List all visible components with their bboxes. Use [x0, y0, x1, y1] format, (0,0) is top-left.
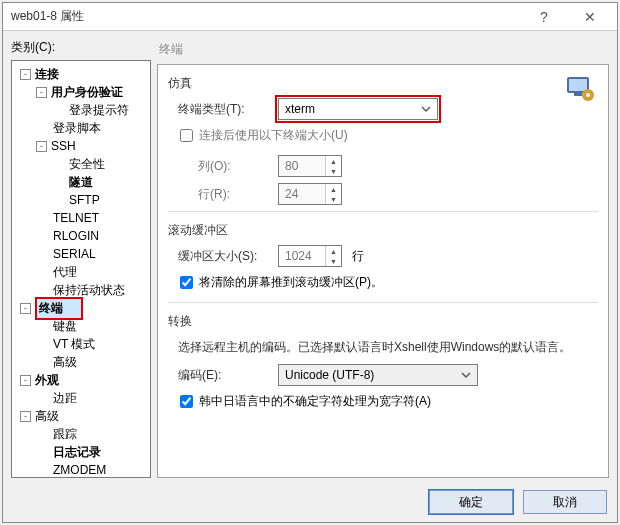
category-label: 类别(C): — [11, 39, 151, 56]
cols-input[interactable] — [279, 156, 325, 176]
tree-item[interactable]: SFTP — [14, 191, 148, 209]
tree-item[interactable]: -外观 — [14, 371, 148, 389]
tree-item[interactable]: -高级 — [14, 407, 148, 425]
tree-item[interactable]: 代理 — [14, 263, 148, 281]
tree-item-label: SFTP — [69, 193, 100, 207]
tree-item[interactable]: 键盘 — [14, 317, 148, 335]
buffer-spinner[interactable]: ▲▼ — [278, 245, 342, 267]
convert-head: 转换 — [168, 313, 598, 330]
close-button[interactable]: ✕ — [567, 3, 613, 31]
tree-item-label: 用户身份验证 — [51, 84, 123, 101]
svg-point-4 — [586, 93, 590, 97]
tree-item-label: 连接 — [35, 66, 59, 83]
spin-up-icon[interactable]: ▲ — [326, 246, 341, 256]
category-tree[interactable]: -连接-用户身份验证登录提示符登录脚本-SSH安全性隧道SFTPTELNETRL… — [11, 60, 151, 478]
dialog-body: 类别(C): -连接-用户身份验证登录提示符登录脚本-SSH安全性隧道SFTPT… — [3, 31, 617, 482]
spin-down-icon[interactable]: ▼ — [326, 256, 341, 266]
checkbox-icon[interactable] — [180, 395, 193, 408]
tree-item[interactable]: -用户身份验证 — [14, 83, 148, 101]
tree-item-label: 登录提示符 — [69, 102, 129, 119]
push-cleared-label: 将清除的屏幕推到滚动缓冲区(P)。 — [199, 274, 383, 291]
spin-down-icon[interactable]: ▼ — [326, 166, 341, 176]
tree-item-label: TELNET — [53, 211, 99, 225]
svg-rect-2 — [574, 93, 582, 96]
tree-item[interactable]: 隧道 — [14, 173, 148, 191]
checkbox-icon[interactable] — [180, 129, 193, 142]
display-settings-icon[interactable] — [564, 73, 596, 105]
tree-item[interactable]: RLOGIN — [14, 227, 148, 245]
collapse-icon[interactable]: - — [36, 141, 47, 152]
tree-item-label: 键盘 — [53, 318, 77, 335]
checkbox-icon[interactable] — [180, 276, 193, 289]
titlebar: web01-8 属性 ? ✕ — [3, 3, 617, 31]
collapse-icon[interactable]: - — [20, 411, 31, 422]
tree-item-label: 代理 — [53, 264, 77, 281]
help-button[interactable]: ? — [521, 3, 567, 31]
tree-item-label: 日志记录 — [53, 444, 101, 461]
terminal-type-label: 终端类型(T): — [168, 101, 278, 118]
tree-item[interactable]: 跟踪 — [14, 425, 148, 443]
use-terminal-size-checkbox[interactable]: 连接后使用以下终端大小(U) — [176, 126, 598, 145]
dialog-footer: 确定 取消 — [3, 482, 617, 522]
use-terminal-size-label: 连接后使用以下终端大小(U) — [199, 127, 348, 144]
terminal-type-value: xterm — [285, 102, 315, 116]
tree-item[interactable]: 高级 — [14, 353, 148, 371]
window-title: web01-8 属性 — [11, 8, 521, 25]
collapse-icon[interactable]: - — [36, 87, 47, 98]
settings-panel: 仿真 终端类型(T): xterm — [157, 64, 609, 478]
tree-item[interactable]: -SSH — [14, 137, 148, 155]
scroll-head: 滚动缓冲区 — [168, 222, 598, 239]
tree-item-label: 高级 — [35, 408, 59, 425]
settings-pane: 终端 仿真 终端类型(T): xterm — [157, 39, 609, 478]
tree-item[interactable]: 安全性 — [14, 155, 148, 173]
cjk-wide-checkbox[interactable]: 韩中日语言中的不确定字符处理为宽字符(A) — [176, 392, 598, 411]
tree-item-label: ZMODEM — [53, 463, 106, 477]
chevron-down-icon — [419, 102, 433, 116]
spin-up-icon[interactable]: ▲ — [326, 156, 341, 166]
ok-button[interactable]: 确定 — [429, 490, 513, 514]
category-pane: 类别(C): -连接-用户身份验证登录提示符登录脚本-SSH安全性隧道SFTPT… — [11, 39, 151, 478]
rows-label: 行(R): — [168, 186, 278, 203]
tree-item[interactable]: 边距 — [14, 389, 148, 407]
panel-title: 终端 — [157, 39, 609, 64]
tree-item-label: VT 模式 — [53, 336, 95, 353]
tree-item-label: 高级 — [53, 354, 77, 371]
tree-item-label: 外观 — [35, 372, 59, 389]
collapse-icon[interactable]: - — [20, 375, 31, 386]
tree-item[interactable]: 登录提示符 — [14, 101, 148, 119]
encoding-label: 编码(E): — [168, 367, 278, 384]
tree-item-label: 跟踪 — [53, 426, 77, 443]
tree-item[interactable]: SERIAL — [14, 245, 148, 263]
terminal-type-combo[interactable]: xterm — [278, 98, 438, 120]
rows-spinner[interactable]: ▲▼ — [278, 183, 342, 205]
cols-spinner[interactable]: ▲▼ — [278, 155, 342, 177]
rows-input[interactable] — [279, 184, 325, 204]
spin-down-icon[interactable]: ▼ — [326, 194, 341, 204]
svg-rect-1 — [569, 79, 587, 91]
collapse-icon[interactable]: - — [20, 69, 31, 80]
tree-item[interactable]: -连接 — [14, 65, 148, 83]
spin-up-icon[interactable]: ▲ — [326, 184, 341, 194]
emulation-head: 仿真 — [168, 75, 598, 92]
buffer-label: 缓冲区大小(S): — [168, 248, 278, 265]
chevron-down-icon — [459, 368, 473, 382]
dialog-window: web01-8 属性 ? ✕ 类别(C): -连接-用户身份验证登录提示符登录脚… — [2, 2, 618, 523]
push-cleared-checkbox[interactable]: 将清除的屏幕推到滚动缓冲区(P)。 — [176, 273, 598, 292]
encoding-combo[interactable]: Unicode (UTF-8) — [278, 364, 478, 386]
collapse-icon[interactable]: - — [20, 303, 31, 314]
tree-item[interactable]: ZMODEM — [14, 461, 148, 478]
buffer-unit: 行 — [352, 248, 364, 265]
tree-item[interactable]: -终端 — [14, 299, 148, 317]
encoding-value: Unicode (UTF-8) — [285, 368, 374, 382]
tree-item-label: SSH — [51, 139, 76, 153]
tree-item-label: 隧道 — [69, 174, 93, 191]
tree-item[interactable]: 日志记录 — [14, 443, 148, 461]
tree-item[interactable]: 登录脚本 — [14, 119, 148, 137]
convert-desc: 选择远程主机的编码。已选择默认语言时Xshell使用Windows的默认语言。 — [168, 336, 598, 364]
tree-item[interactable]: VT 模式 — [14, 335, 148, 353]
cancel-button[interactable]: 取消 — [523, 490, 607, 514]
buffer-input[interactable] — [279, 246, 325, 266]
tree-item-label: 安全性 — [69, 156, 105, 173]
tree-item[interactable]: TELNET — [14, 209, 148, 227]
cjk-wide-label: 韩中日语言中的不确定字符处理为宽字符(A) — [199, 393, 431, 410]
